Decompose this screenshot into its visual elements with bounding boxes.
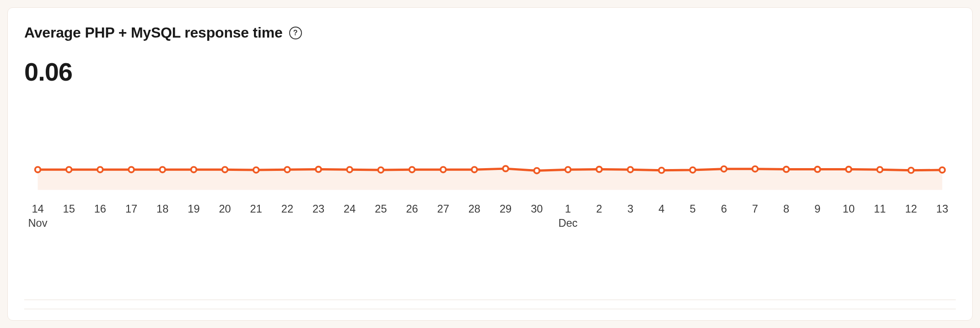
- x-tick-label: 2: [596, 203, 602, 215]
- x-tick-label: 22: [281, 203, 293, 215]
- chart-point[interactable]: [66, 167, 72, 172]
- x-tick-label: 29: [500, 203, 512, 215]
- x-tick-label: 17: [125, 203, 137, 215]
- chart-point[interactable]: [908, 168, 914, 173]
- chart-point[interactable]: [160, 167, 165, 172]
- x-tick-label: 8: [783, 203, 789, 215]
- x-tick-label: 1: [565, 203, 571, 215]
- metric-value: 0.06: [24, 57, 956, 87]
- x-tick-label: 18: [156, 203, 168, 215]
- x-tick-label: 26: [406, 203, 418, 215]
- month-label: Dec: [558, 217, 577, 229]
- x-tick-label: 19: [188, 203, 199, 215]
- card-title: Average PHP + MySQL response time: [24, 24, 283, 41]
- chart-point[interactable]: [409, 167, 415, 172]
- chart-point[interactable]: [191, 167, 197, 172]
- chart-point[interactable]: [659, 168, 664, 173]
- chart-area: [38, 169, 942, 190]
- chart-point[interactable]: [97, 167, 103, 172]
- help-glyph: ?: [293, 29, 298, 37]
- x-tick-label: 27: [437, 203, 449, 215]
- chart-point[interactable]: [940, 167, 945, 173]
- card-header: Average PHP + MySQL response time ?: [24, 24, 956, 41]
- x-tick-label: 12: [905, 203, 917, 215]
- month-label: Nov: [28, 217, 48, 229]
- x-tick-label: 16: [94, 203, 106, 215]
- divider: [24, 309, 956, 309]
- chart-point[interactable]: [877, 167, 883, 172]
- x-tick-label: 3: [627, 203, 633, 215]
- chart-point[interactable]: [253, 167, 259, 173]
- chart-point[interactable]: [565, 167, 571, 172]
- chart-point[interactable]: [628, 167, 633, 172]
- x-tick-label: 14: [32, 203, 43, 215]
- chart-point[interactable]: [441, 167, 446, 172]
- x-tick-label: 20: [219, 203, 231, 215]
- chart-point[interactable]: [503, 166, 508, 171]
- x-axis-months: NovDec: [28, 217, 578, 229]
- chart-point[interactable]: [129, 167, 134, 172]
- chart-point[interactable]: [846, 167, 851, 172]
- chart-point[interactable]: [721, 166, 727, 172]
- x-tick-label: 10: [843, 203, 855, 215]
- chart-point[interactable]: [222, 167, 228, 172]
- x-tick-label: 7: [752, 203, 758, 215]
- x-tick-label: 30: [531, 203, 543, 215]
- x-tick-label: 6: [721, 203, 727, 215]
- chart-point[interactable]: [690, 167, 695, 173]
- chart: 1415161718192021222324252627282930123456…: [24, 122, 956, 240]
- x-tick-label: 11: [874, 203, 886, 215]
- chart-point[interactable]: [784, 167, 789, 172]
- x-axis: 1415161718192021222324252627282930123456…: [32, 203, 948, 215]
- chart-point[interactable]: [815, 167, 820, 172]
- chart-point[interactable]: [35, 167, 41, 172]
- x-tick-label: 9: [814, 203, 820, 215]
- x-tick-label: 24: [344, 203, 355, 215]
- x-tick-label: 25: [375, 203, 387, 215]
- chart-point[interactable]: [597, 167, 602, 172]
- x-tick-label: 13: [936, 203, 948, 215]
- chart-point[interactable]: [752, 166, 758, 172]
- chart-point[interactable]: [534, 168, 539, 174]
- x-tick-label: 23: [312, 203, 324, 215]
- chart-point[interactable]: [378, 167, 383, 173]
- chart-svg: 1415161718192021222324252627282930123456…: [24, 122, 956, 240]
- x-tick-label: 5: [690, 203, 696, 215]
- metric-card: Average PHP + MySQL response time ? 0.06…: [7, 7, 973, 321]
- x-tick-label: 4: [658, 203, 664, 215]
- chart-point[interactable]: [472, 167, 477, 172]
- help-icon[interactable]: ?: [289, 27, 302, 39]
- x-tick-label: 15: [63, 203, 75, 215]
- chart-point[interactable]: [347, 167, 352, 172]
- x-tick-label: 28: [468, 203, 480, 215]
- chart-point[interactable]: [285, 167, 290, 172]
- x-tick-label: 21: [250, 203, 262, 215]
- chart-point[interactable]: [316, 167, 321, 172]
- divider: [24, 300, 956, 300]
